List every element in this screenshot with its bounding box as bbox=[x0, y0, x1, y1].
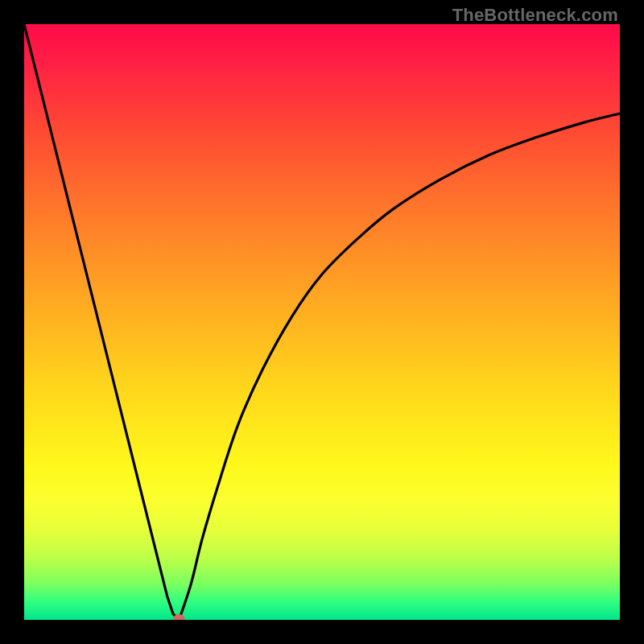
watermark-text: TheBottleneck.com bbox=[452, 5, 618, 26]
chart-frame bbox=[24, 24, 620, 620]
gradient-background bbox=[24, 24, 620, 620]
chart-svg bbox=[24, 24, 620, 620]
